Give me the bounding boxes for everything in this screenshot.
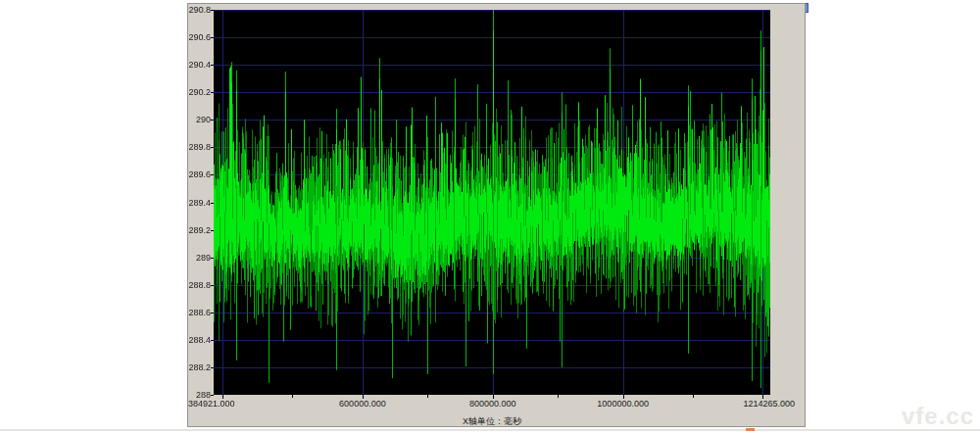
y-tick-mark bbox=[211, 285, 214, 286]
y-tick-label: 288.4 bbox=[188, 335, 211, 345]
watermark-text: vfe.cc bbox=[902, 403, 974, 430]
y-tick-label: 289.4 bbox=[188, 198, 211, 208]
y-tick-label: 288.8 bbox=[188, 280, 211, 290]
y-tick-label: 290.8 bbox=[188, 5, 211, 15]
y-tick-mark bbox=[211, 37, 214, 38]
y-tick-mark bbox=[211, 395, 214, 396]
y-tick-mark bbox=[211, 313, 214, 313]
y-tick-label: 289.8 bbox=[188, 142, 211, 152]
y-tick-mark bbox=[211, 147, 214, 148]
y-tick-label: 289.6 bbox=[188, 169, 211, 179]
y-tick-label: 289.2 bbox=[188, 225, 211, 235]
x-tick-label: 1000000.000 bbox=[597, 399, 649, 409]
y-tick-mark bbox=[211, 174, 214, 175]
y-tick-label: 290.4 bbox=[188, 60, 211, 70]
x-minor-tick-mark bbox=[693, 395, 694, 398]
x-minor-tick-mark bbox=[292, 395, 293, 398]
y-tick-mark bbox=[211, 92, 214, 93]
y-tick-label: 290 bbox=[188, 115, 211, 124]
y-tick-label: 289 bbox=[188, 253, 211, 263]
chart-panel: 290.8290.6290.4290.2290289.8289.6289.428… bbox=[187, 3, 806, 427]
y-tick-label: 290.6 bbox=[188, 32, 211, 42]
y-tick-mark bbox=[211, 203, 214, 204]
waveform-plot-area bbox=[214, 10, 770, 395]
y-tick-mark bbox=[211, 258, 214, 259]
x-tick-label: 1214265.000 bbox=[743, 399, 795, 409]
y-tick-mark bbox=[211, 65, 214, 66]
y-tick-mark bbox=[211, 230, 214, 231]
x-axis-unit-label: X轴单位：毫秒 bbox=[214, 415, 770, 428]
y-tick-label: 288.6 bbox=[188, 308, 211, 317]
x-tick-label: 384921.000 bbox=[188, 399, 235, 409]
bottom-divider-line bbox=[0, 429, 980, 431]
y-tick-mark bbox=[211, 340, 214, 341]
orange-drag-marker[interactable] bbox=[746, 428, 755, 431]
x-tick-label: 800000.000 bbox=[469, 399, 516, 409]
x-minor-tick-mark bbox=[427, 395, 428, 398]
y-tick-mark bbox=[211, 10, 214, 11]
y-tick-mark bbox=[211, 120, 214, 121]
y-tick-mark bbox=[211, 367, 214, 368]
y-tick-label: 288.2 bbox=[188, 362, 211, 372]
page: { "watermark": "vfe.cc", "panel": { "bac… bbox=[0, 0, 980, 434]
x-minor-tick-mark bbox=[558, 395, 559, 398]
y-tick-label: 290.2 bbox=[188, 87, 211, 97]
x-tick-label: 600000.000 bbox=[339, 399, 386, 409]
